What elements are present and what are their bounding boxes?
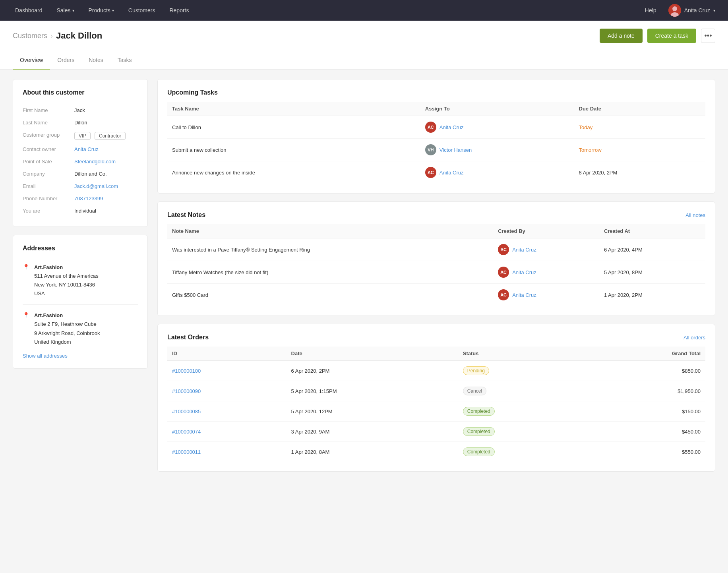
- created-by-link[interactable]: Anita Cruz: [512, 247, 536, 253]
- note-name: Was interested in a Pave Tiffany® Settin…: [167, 238, 493, 261]
- tab-orders[interactable]: Orders: [50, 51, 81, 70]
- task-name: Annonce new changes on the inside: [167, 161, 420, 184]
- address-1: 📍 Art.Fashion 511 Avenue of the Americas…: [23, 260, 138, 301]
- chevron-down-icon: ▾: [112, 8, 114, 13]
- status-badge: Completed: [463, 407, 495, 416]
- assignee-link[interactable]: Anita Cruz: [440, 170, 464, 176]
- table-row: #100000074 3 Apr 2020, 9AM Completed $45…: [167, 422, 705, 442]
- phone-link[interactable]: 7087123399: [74, 196, 103, 201]
- show-all-addresses-link[interactable]: Show all addresses: [23, 353, 68, 359]
- field-label-you-are: You are: [23, 208, 74, 214]
- point-of-sale-link[interactable]: Steelandgold.com: [74, 159, 116, 165]
- nav-products-label: Products: [89, 7, 110, 14]
- created-at: 6 Apr 2020, 4PM: [599, 238, 705, 261]
- addresses-title: Addresses: [23, 245, 138, 252]
- about-card: About this customer First Name Jack Last…: [13, 79, 148, 227]
- more-options-button[interactable]: •••: [701, 29, 715, 43]
- field-label-company: Company: [23, 171, 74, 177]
- field-value-customer-group: VIP Contractor: [74, 132, 128, 140]
- nav-dashboard[interactable]: Dashboard: [10, 0, 48, 21]
- th-grand-total: Grand Total: [587, 347, 705, 361]
- order-id-link[interactable]: #100000011: [172, 449, 201, 455]
- order-id-link[interactable]: #100000085: [172, 408, 201, 414]
- nav-help[interactable]: Help: [639, 7, 662, 14]
- assignee-link[interactable]: Victor Hansen: [440, 147, 472, 153]
- latest-orders-title: Latest Orders: [167, 334, 209, 341]
- nav-customers[interactable]: Customers: [123, 0, 161, 21]
- latest-orders-card: Latest Orders All orders ID Date Status …: [157, 324, 715, 472]
- page-title: Jack Dillon: [56, 31, 102, 41]
- email-link[interactable]: Jack.d@gmail.com: [74, 183, 118, 189]
- th-due-date: Due Date: [574, 102, 705, 116]
- assignee-cell: AC Anita Cruz: [420, 161, 574, 184]
- all-notes-link[interactable]: All notes: [685, 212, 705, 218]
- table-row: Tiffany Metro Watches (the size did not …: [167, 261, 705, 284]
- order-id-link[interactable]: #100000100: [172, 368, 201, 374]
- ellipsis-icon: •••: [705, 32, 712, 40]
- assignee-cell: VH Victor Hansen: [420, 139, 574, 161]
- chevron-down-icon: ▾: [713, 8, 715, 13]
- created-at: 5 Apr 2020, 8PM: [599, 261, 705, 284]
- field-you-are: You are Individual: [23, 205, 138, 217]
- th-order-id: ID: [167, 347, 287, 361]
- address-2-line2: 9 Arkwright Road, Colnbrook: [34, 329, 100, 338]
- tab-tasks[interactable]: Tasks: [110, 51, 139, 70]
- table-row: #100000090 5 Apr 2020, 1:15PM Cancel $1,…: [167, 381, 705, 401]
- due-date: Tomorrow: [574, 139, 705, 161]
- contact-owner-link[interactable]: Anita Cruz: [74, 146, 99, 152]
- tab-overview[interactable]: Overview: [13, 51, 50, 70]
- pin-icon: 📍: [23, 312, 29, 346]
- field-first-name: First Name Jack: [23, 104, 138, 116]
- tab-notes[interactable]: Notes: [81, 51, 110, 70]
- created-by-link[interactable]: Anita Cruz: [512, 292, 536, 298]
- avatar: [668, 4, 681, 17]
- nav-user[interactable]: Anita Cruz ▾: [665, 4, 718, 17]
- create-task-button[interactable]: Create a task: [647, 29, 696, 43]
- order-date: 5 Apr 2020, 1:15PM: [287, 381, 458, 401]
- order-id: #100000090: [167, 381, 287, 401]
- field-label-customer-group: Customer group: [23, 132, 74, 140]
- field-point-of-sale: Point of Sale Steelandgold.com: [23, 155, 138, 168]
- th-order-date: Date: [287, 347, 458, 361]
- field-label-phone: Phone Number: [23, 196, 74, 201]
- nav-sales[interactable]: Sales ▾: [51, 0, 80, 21]
- page-header: Customers › Jack Dillon Add a note Creat…: [0, 21, 728, 51]
- nav-brand-label: Dashboard: [15, 7, 43, 14]
- field-company: Company Dillon and Co.: [23, 168, 138, 180]
- th-created-at: Created At: [599, 224, 705, 238]
- add-note-button[interactable]: Add a note: [600, 29, 643, 43]
- field-value-point-of-sale: Steelandgold.com: [74, 159, 116, 165]
- breadcrumb: Customers › Jack Dillon: [13, 31, 600, 41]
- due-date: 8 Apr 2020, 2PM: [574, 161, 705, 184]
- left-column: About this customer First Name Jack Last…: [13, 79, 148, 369]
- nav-reports[interactable]: Reports: [164, 0, 194, 21]
- status-badge: Completed: [463, 447, 495, 456]
- order-id-link[interactable]: #100000090: [172, 388, 201, 394]
- th-note-name: Note Name: [167, 224, 493, 238]
- created-by-link[interactable]: Anita Cruz: [512, 269, 536, 275]
- note-name: Gifts $500 Card: [167, 284, 493, 306]
- created-at: 1 Apr 2020, 2PM: [599, 284, 705, 306]
- field-customer-group: Customer group VIP Contractor: [23, 129, 138, 143]
- grand-total: $550.00: [587, 442, 705, 462]
- tag-vip: VIP: [74, 132, 91, 140]
- field-label-point-of-sale: Point of Sale: [23, 159, 74, 165]
- all-orders-link[interactable]: All orders: [683, 335, 705, 341]
- address-1-line3: USA: [34, 289, 99, 298]
- nav-products[interactable]: Products ▾: [83, 0, 120, 21]
- field-value-first-name: Jack: [74, 107, 85, 113]
- field-label-last-name: Last Name: [23, 120, 74, 126]
- tag-contractor: Contractor: [95, 132, 126, 140]
- table-row: Gifts $500 Card AC Anita Cruz 1 Apr 2020…: [167, 284, 705, 306]
- note-name: Tiffany Metro Watches (the size did not …: [167, 261, 493, 284]
- assignee-link[interactable]: Anita Cruz: [440, 124, 464, 130]
- about-title: About this customer: [23, 89, 138, 96]
- order-id-link[interactable]: #100000074: [172, 429, 201, 435]
- breadcrumb-parent[interactable]: Customers: [13, 32, 47, 40]
- order-date: 5 Apr 2020, 12PM: [287, 401, 458, 422]
- order-date: 1 Apr 2020, 8AM: [287, 442, 458, 462]
- nav-user-name: Anita Cruz: [684, 7, 710, 14]
- address-2: 📍 Art.Fashion Suite 2 F9, Heathrow Cube …: [23, 308, 138, 349]
- svg-point-1: [672, 6, 677, 11]
- address-2-name: Art.Fashion: [34, 311, 100, 320]
